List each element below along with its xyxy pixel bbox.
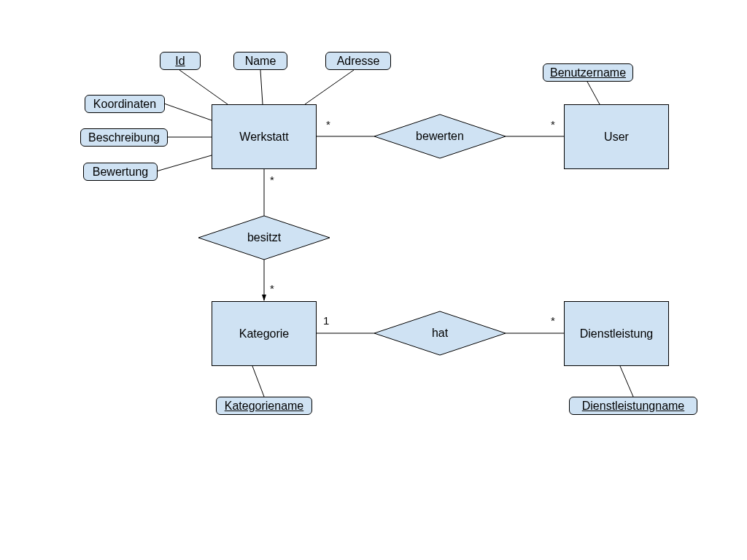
attr-beschreibung: Beschreibung [80,128,168,147]
svg-line-10 [260,70,263,104]
entity-user: User [564,104,669,169]
cardinality-kategorie-besitzt: * [270,282,274,295]
entity-dienstleistung: Dienstleistung [564,301,669,366]
entity-werkstatt: Werkstatt [212,104,317,169]
svg-line-17 [620,366,633,397]
attr-beschreibung-label: Beschreibung [88,131,160,144]
entity-user-label: User [604,131,629,144]
svg-line-16 [252,366,264,397]
attr-id-label: Id [175,55,185,68]
relationship-besitzt-text: besitzt [247,231,281,244]
cardinality-werkstatt-besitzt: * [270,174,274,186]
attr-koordinaten: Koordinaten [85,95,165,113]
entity-kategorie-label: Kategorie [239,327,290,341]
entity-kategorie: Kategorie [212,301,317,366]
attr-kategoriename-label: Kategoriename [225,400,304,413]
svg-line-15 [587,82,600,104]
relationship-hat-text: hat [432,327,448,340]
cardinality-werkstatt-bewerten: * [326,118,330,131]
attr-benutzername-label: Benutzername [550,66,626,79]
relationship-hat-label: hat [374,322,506,344]
attr-dienstleistungname: Dienstleistungname [569,397,697,415]
svg-line-14 [156,155,212,171]
attr-adresse-label: Adresse [337,55,380,68]
attr-koordinaten-label: Koordinaten [93,98,156,111]
cardinality-user-bewerten: * [551,118,555,131]
cardinality-dienstleistung-hat: * [551,314,555,327]
cardinality-kategorie-hat: 1 [323,314,329,327]
attr-adresse: Adresse [325,52,391,70]
svg-line-11 [305,70,354,104]
relationship-bewerten-text: bewerten [416,130,464,143]
attr-name: Name [233,52,287,70]
relationship-bewerten-label: bewerten [374,125,506,147]
entity-werkstatt-label: Werkstatt [239,131,288,144]
attr-dienstleistungname-label: Dienstleistungname [582,400,685,413]
attr-kategoriename: Kategoriename [216,397,312,415]
attr-benutzername: Benutzername [543,63,633,82]
attr-bewertung: Bewertung [83,163,158,181]
relationship-besitzt-label: besitzt [198,227,330,249]
svg-line-12 [164,104,212,120]
svg-line-9 [179,70,228,104]
entity-dienstleistung-label: Dienstleistung [580,327,654,341]
diagram-connectors [0,0,747,560]
attr-name-label: Name [245,55,276,68]
attr-bewertung-label: Bewertung [93,166,149,179]
attr-id: Id [160,52,201,70]
